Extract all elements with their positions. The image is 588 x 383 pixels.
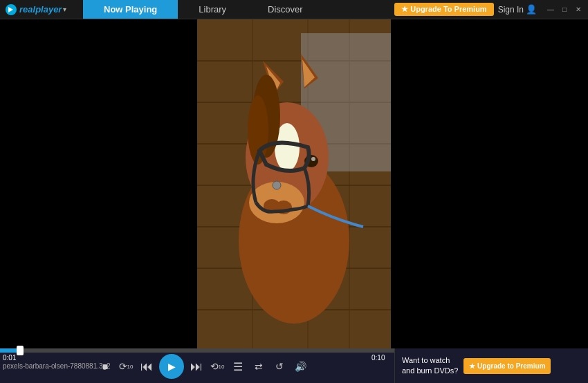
time-total: 0:10 (371, 354, 385, 362)
tab-library[interactable]: Library (178, 0, 247, 19)
forward10-button[interactable]: ⟲10 (209, 358, 226, 375)
minimize-button[interactable]: — (545, 4, 556, 15)
window-controls: — □ ✕ (545, 4, 584, 15)
header-right: ★ Upgrade To Premium Sign In 👤 — □ ✕ (390, 3, 588, 16)
logo-text: realplayer (19, 4, 62, 15)
upgrade-to-premium-button[interactable]: ★ Upgrade To Premium (394, 3, 493, 16)
logo-area[interactable]: realplayer ▾ (0, 4, 83, 15)
cta-panel: Want to watchand burn DVDs? ★ Upgrade to… (394, 348, 588, 383)
svg-point-26 (273, 181, 281, 189)
repeat-button[interactable]: ↺ (271, 358, 288, 375)
realplayer-logo-icon (6, 4, 17, 15)
play-pause-button[interactable]: ▶ (159, 354, 184, 379)
horse-video-svg (197, 19, 391, 348)
logo-dropdown-icon[interactable]: ▾ (63, 6, 66, 13)
progress-thumb (17, 346, 24, 355)
upgrade-to-premium-cta-button[interactable]: ★ Upgrade to Premium (463, 358, 551, 374)
next-button[interactable]: ⏭ (188, 358, 205, 375)
cta-text: Want to watchand burn DVDs? (402, 355, 458, 377)
tab-now-playing[interactable]: Now Playing (83, 0, 178, 19)
playback-controls: ■ ⟳10 ⏮ ▶ ⏭ ⟲10 ☰ ⇄ ↺ 🔊 (97, 354, 309, 379)
svg-point-19 (311, 157, 315, 161)
sign-in-button[interactable]: Sign In 👤 (498, 4, 537, 15)
close-button[interactable]: ✕ (573, 4, 584, 15)
time-current: 0:01 (3, 354, 16, 362)
video-frame[interactable] (197, 19, 391, 348)
prev-button[interactable]: ⏮ (138, 358, 155, 375)
sign-in-label: Sign In (498, 5, 524, 15)
shuffle-button[interactable]: ⇄ (250, 358, 267, 375)
filename-label: pexels-barbara-olsen-7880881.3g2 (3, 362, 111, 370)
volume-button[interactable]: 🔊 (292, 358, 309, 375)
black-sidebar-right (391, 19, 588, 348)
progress-bar-container[interactable] (0, 348, 394, 353)
rewind10-button[interactable]: ⟳10 (118, 358, 134, 375)
tab-discover[interactable]: Discover (247, 0, 324, 19)
maximize-button[interactable]: □ (559, 4, 570, 15)
user-icon: 👤 (526, 4, 537, 15)
controls-bar: 0:01 0:10 pexels-barbara-olsen-7880881.3… (0, 348, 588, 383)
stop-button[interactable]: ■ (97, 358, 113, 375)
black-sidebar-left (0, 19, 197, 348)
video-area (0, 19, 588, 348)
playlist-button[interactable]: ☰ (230, 358, 246, 375)
titlebar: realplayer ▾ Now Playing Library Discove… (0, 0, 588, 19)
nav-tabs: Now Playing Library Discover (83, 0, 390, 19)
